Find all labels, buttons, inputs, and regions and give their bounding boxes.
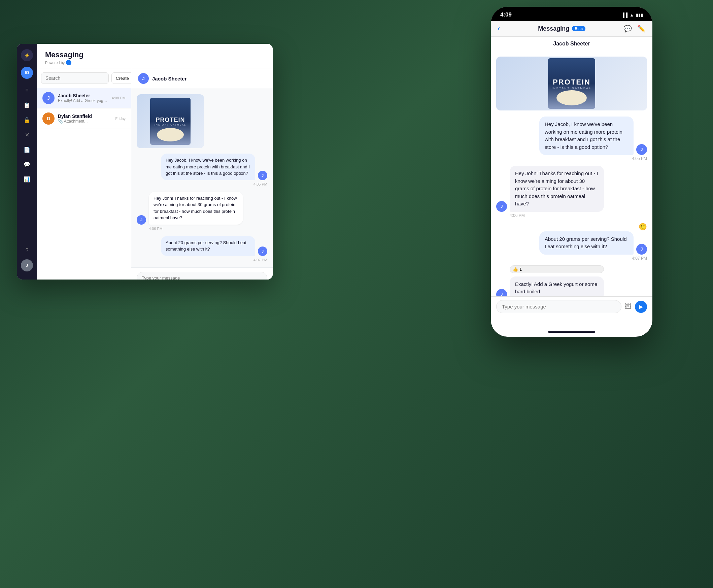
phone-msg-avatar: J xyxy=(636,244,647,255)
protein-box: PROTEIN INSTANT OATMEAL xyxy=(150,98,191,145)
protein-label: PROTEIN xyxy=(155,117,185,123)
sidebar-icon-menu[interactable]: ≡ xyxy=(21,84,33,96)
protein-oatmeal-image: PROTEIN INSTANT OATMEAL xyxy=(137,94,204,148)
phone-message-group: 🙂 About 20 grams per serving? Should I e… xyxy=(496,223,647,261)
sidebar: ⚡ IO ≡ 📋 🔒 ✕ 📄 💬 📊 ? J xyxy=(17,44,37,279)
phone-message-group: Hey Jacob, I know we've been working on … xyxy=(496,117,647,161)
conversation-item[interactable]: J Jacob Sheeter Exactly! Add a Greek yog… xyxy=(37,88,131,108)
app-content: Create J Jacob Sheeter Exactly! Add a Gr… xyxy=(37,68,273,279)
protein-sublabel: INSTANT OATMEAL xyxy=(154,124,186,126)
sidebar-user-io[interactable]: IO xyxy=(21,67,33,79)
sidebar-help-icon[interactable]: ? xyxy=(21,245,33,257)
phone-message-group: J 👍 1 Exactly! Add a Greek yogurt or som… xyxy=(496,265,647,300)
phone-msg-avatar: J xyxy=(636,144,647,155)
sidebar-logo-icon[interactable]: ⚡ xyxy=(21,49,33,61)
message-group: About 20 grams per serving? Should I eat… xyxy=(137,236,267,262)
conversation-list: Create J Jacob Sheeter Exactly! Add a Gr… xyxy=(37,68,131,279)
phone-protein-image: PROTEIN INSTANT OATMEAL xyxy=(496,57,647,110)
powered-by-text: Powered by xyxy=(45,61,65,65)
chat-header-avatar: J xyxy=(138,73,149,84)
phone-emoji-row: 🙂 xyxy=(496,223,647,231)
tablet-app: ⚡ IO ≡ 📋 🔒 ✕ 📄 💬 📊 ? J Messaging Powered… xyxy=(17,44,273,279)
phone-input-area: 🖼 ▶ xyxy=(491,296,652,317)
app-header: Messaging Powered by xyxy=(37,44,273,68)
send-button[interactable]: ▶ xyxy=(635,301,647,313)
message-input[interactable] xyxy=(137,272,267,280)
search-input[interactable] xyxy=(41,72,109,84)
back-button[interactable]: ‹ xyxy=(498,24,500,33)
phone-message-bubble: Hey John! Thanks for reaching out - I kn… xyxy=(510,166,604,212)
message-row-left: J Hey John! Thanks for reaching out - I … xyxy=(137,192,267,225)
msg-timestamp: 4:06 PM xyxy=(149,227,267,231)
sidebar-icon-doc[interactable]: 📄 xyxy=(21,144,33,155)
message-group: J Hey John! Thanks for reaching out - I … xyxy=(137,192,267,231)
phone-msg-timestamp: 4:05 PM xyxy=(496,156,647,161)
edit-icon[interactable]: ✏️ xyxy=(637,25,646,33)
lightning-icon: ⚡ xyxy=(24,52,30,58)
conv-info-dylan: Dylan Stanfield 📎 Attachment... xyxy=(58,113,112,124)
conv-search-bar: Create xyxy=(37,68,131,88)
home-indicator xyxy=(548,331,595,333)
sidebar-user-label: J xyxy=(26,263,28,268)
conv-time: 4:08 PM xyxy=(112,96,126,100)
phone-msg-row-right: Hey Jacob, I know we've been working on … xyxy=(496,117,647,155)
message-row-right: Hey Jacob, I know we've been working on … xyxy=(137,153,267,180)
wifi-icon: ▲ xyxy=(629,13,634,18)
phone-message-input[interactable] xyxy=(496,300,622,313)
thumbs-up-emoji: 👍 xyxy=(513,267,518,272)
create-button[interactable]: Create xyxy=(111,72,133,84)
conv-time: Friday xyxy=(115,117,126,121)
phone-msg-timestamp: 4:06 PM xyxy=(510,213,647,218)
msg-timestamp: 4:05 PM xyxy=(137,182,267,186)
attachment-icon[interactable]: 🖼 xyxy=(625,303,631,311)
phone-statusbar: 4:09 ▐▐ ▲ ▮▮▮ xyxy=(491,7,652,21)
msg-avatar: J xyxy=(137,215,146,225)
chat-bubble-icon[interactable]: 💬 xyxy=(624,25,632,33)
chat-header-name: Jacob Sheeter xyxy=(152,76,187,82)
message-row-right: About 20 grams per serving? Should I eat… xyxy=(137,236,267,256)
powered-by-badge xyxy=(66,60,71,65)
oatmeal-bowl xyxy=(157,128,184,142)
phone-message-image: PROTEIN INSTANT OATMEAL xyxy=(496,57,647,112)
message-bubble: Hey Jacob, I know we've been working on … xyxy=(161,153,255,180)
phone-message-bubble: Hey Jacob, I know we've been working on … xyxy=(539,117,633,155)
message-bubble: About 20 grams per serving? Should I eat… xyxy=(161,236,255,256)
conv-avatar-jacob: J xyxy=(42,92,55,104)
conv-name: Jacob Sheeter xyxy=(58,93,108,98)
sidebar-icon-chat[interactable]: 💬 xyxy=(21,158,33,170)
message-bubble: Hey John! Thanks for reaching out - I kn… xyxy=(149,192,243,225)
sidebar-icon-close[interactable]: ✕ xyxy=(21,129,33,141)
chat-header: J Jacob Sheeter xyxy=(131,68,273,89)
phone-msg-avatar: J xyxy=(496,201,507,212)
sidebar-icon-lock[interactable]: 🔒 xyxy=(21,114,33,126)
sidebar-bottom: ? J xyxy=(21,245,33,274)
phone-protein-box: PROTEIN INSTANT OATMEAL xyxy=(548,58,595,109)
conv-preview: 📎 Attachment... xyxy=(58,119,112,124)
sidebar-icon-list[interactable]: 📋 xyxy=(21,99,33,111)
chat-area: J Jacob Sheeter PROTEIN INSTANT OATMEAL xyxy=(131,68,273,279)
powered-by: Powered by xyxy=(45,60,265,65)
conv-name: Dylan Stanfield xyxy=(58,113,112,119)
phone-protein-sub: INSTANT OATMEAL xyxy=(552,87,591,89)
app-main: Messaging Powered by Create J xyxy=(37,44,273,279)
status-icons: ▐▐ ▲ ▮▮▮ xyxy=(622,13,643,18)
phone-msg-timestamp: 4:07 PM xyxy=(496,256,647,261)
chat-input-area xyxy=(131,267,273,280)
phone-navbar: ‹ Messaging Beta 💬 ✏️ xyxy=(491,21,652,37)
reaction-badge: 👍 1 xyxy=(510,265,604,273)
message-group: Hey Jacob, I know we've been working on … xyxy=(137,153,267,186)
reaction-count: 1 xyxy=(519,267,522,272)
sidebar-user-avatar[interactable]: J xyxy=(21,259,33,271)
sidebar-icon-chart[interactable]: 📊 xyxy=(21,173,33,185)
phone-msg-row-left: J 👍 1 Exactly! Add a Greek yogurt or som… xyxy=(496,265,647,300)
phone-messages[interactable]: PROTEIN INSTANT OATMEAL Hey Jacob, I kno… xyxy=(491,51,652,304)
phone-device: 4:09 ▐▐ ▲ ▮▮▮ ‹ Messaging Beta 💬 ✏️ Jaco… xyxy=(491,7,652,337)
phone-nav-title: Messaging Beta xyxy=(538,25,585,32)
conversation-item[interactable]: D Dylan Stanfield 📎 Attachment... Friday xyxy=(37,108,131,129)
phone-bowl xyxy=(557,90,587,105)
send-arrow-icon: ▶ xyxy=(639,303,643,310)
conv-avatar-dylan: D xyxy=(42,112,55,125)
phone-protein-label: PROTEIN xyxy=(553,78,590,87)
phone-contact-header: Jacob Sheeter xyxy=(491,37,652,51)
phone-screen: 4:09 ▐▐ ▲ ▮▮▮ ‹ Messaging Beta 💬 ✏️ Jaco… xyxy=(491,7,652,337)
